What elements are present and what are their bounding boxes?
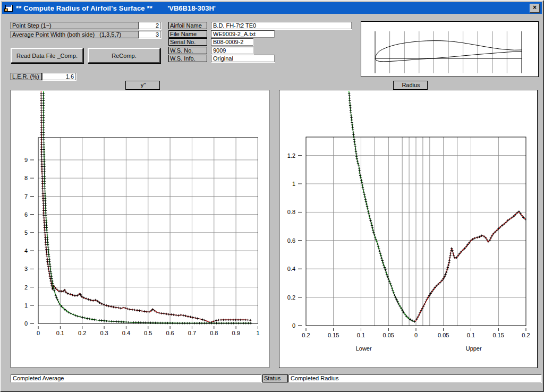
svg-text:1: 1 (256, 330, 259, 336)
svg-text:1.2: 1.2 (287, 152, 295, 159)
radius-chart-title: Radius (393, 81, 428, 90)
ws-no-input[interactable]: 9009 (211, 47, 253, 54)
svg-text:0.1: 0.1 (357, 332, 365, 338)
read-data-file-button[interactable]: Read Data File _Comp. (11, 48, 83, 63)
svg-text:3: 3 (24, 266, 28, 272)
ws-info-label: W.S. Info. (168, 55, 207, 62)
svg-text:0: 0 (414, 332, 418, 338)
serial-no-input[interactable]: B08-0009-2 (211, 38, 253, 46)
app-window: ** Compute Radius of Airfoil's Surface *… (0, 0, 544, 392)
ws-no-label: W.S. No. (168, 47, 207, 54)
window-title-version: 'VB6B18-303H' (167, 4, 216, 12)
svg-text:0.8: 0.8 (210, 330, 218, 336)
file-name-label: File Name (168, 30, 207, 38)
svg-text:0.9: 0.9 (232, 330, 240, 336)
ypp-chart-title: y'' (125, 81, 160, 90)
ler-label: L.E.R. (%) (11, 73, 42, 80)
svg-text:0.2: 0.2 (302, 332, 310, 338)
svg-text:0: 0 (292, 322, 295, 329)
svg-text:8: 8 (24, 175, 28, 181)
svg-text:7: 7 (24, 193, 28, 200)
svg-text:6: 6 (24, 211, 28, 218)
svg-text:Lower: Lower (356, 345, 372, 352)
svg-text:0.5: 0.5 (144, 330, 152, 336)
svg-text:1: 1 (24, 302, 28, 309)
ws-info-input[interactable]: Original (211, 55, 275, 62)
svg-text:0.6: 0.6 (287, 237, 295, 244)
status-label: Status (262, 374, 288, 382)
svg-text:0.6: 0.6 (166, 330, 174, 336)
svg-text:0.1: 0.1 (467, 332, 475, 338)
svg-text:0: 0 (37, 330, 40, 336)
file-name-input[interactable]: WE9009-2_A.txt (211, 30, 275, 38)
svg-text:0.05: 0.05 (383, 332, 394, 338)
svg-text:0.3: 0.3 (100, 330, 108, 336)
svg-text:0.4: 0.4 (122, 330, 130, 336)
status-left-text: Completed Average (11, 374, 261, 382)
svg-text:Upper: Upper (466, 345, 482, 352)
svg-text:0.2: 0.2 (522, 332, 530, 338)
point-step-input[interactable]: 2 (138, 22, 161, 29)
svg-text:0.4: 0.4 (287, 266, 295, 272)
status-right-text: Completed Radius (288, 374, 541, 382)
svg-text:0: 0 (24, 320, 28, 327)
ypp-chart: 00.10.20.30.40.50.60.70.80.910123456789 (11, 90, 269, 368)
svg-text:0.2: 0.2 (78, 330, 86, 336)
recomp-button[interactable]: ReComp. (88, 48, 160, 63)
average-point-width-input[interactable]: 3 (138, 31, 161, 38)
svg-text:0.15: 0.15 (328, 332, 339, 338)
svg-text:0.05: 0.05 (438, 332, 449, 338)
radius-chart: 0.20.150.10.0500.050.10.150.200.20.40.60… (279, 90, 537, 368)
window-title: ** Compute Radius of Airfoil's Surface *… (16, 4, 152, 12)
svg-text:9: 9 (24, 157, 28, 163)
airfoil-profile-drawing (361, 22, 538, 76)
form-icon[interactable] (4, 4, 13, 12)
svg-text:0.8: 0.8 (287, 209, 295, 215)
airfoil-name-label: Airfoil Name (168, 22, 207, 29)
svg-text:0.1: 0.1 (56, 330, 64, 336)
average-point-width-label: Average Point Width (both side) (1,3,5,7… (11, 31, 139, 38)
close-button[interactable]: × (530, 4, 540, 13)
svg-text:1: 1 (292, 181, 295, 187)
svg-text:4: 4 (24, 248, 28, 254)
svg-text:0.15: 0.15 (493, 332, 504, 338)
serial-no-label: Serial No. (168, 38, 207, 46)
point-step-label: Point Step (1~) (11, 22, 139, 29)
svg-text:0.7: 0.7 (188, 330, 196, 336)
airfoil-name-input[interactable]: B.D. FH-7t2 TE0 (211, 22, 352, 29)
svg-text:0.2: 0.2 (287, 294, 295, 301)
ler-input[interactable]: 1.6 (42, 73, 76, 80)
title-bar: ** Compute Radius of Airfoil's Surface *… (2, 2, 542, 14)
svg-text:2: 2 (24, 284, 28, 291)
svg-text:5: 5 (24, 229, 28, 236)
radius-chart-panel: 0.20.150.10.0500.050.10.150.200.20.40.60… (279, 90, 538, 368)
airfoil-profile-panel (361, 21, 539, 77)
ypp-chart-panel: 00.10.20.30.40.50.60.70.80.910123456789 (11, 90, 269, 368)
